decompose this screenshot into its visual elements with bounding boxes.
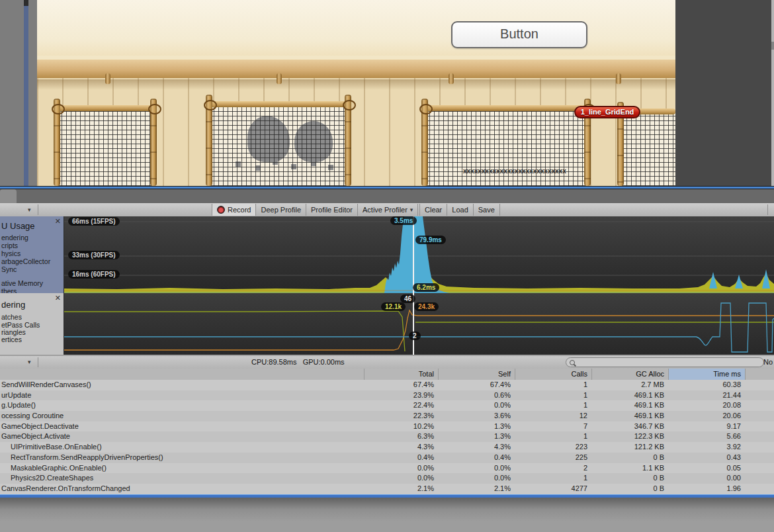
table-row[interactable]: g.Update() 22.4% 0.0% 1 469.1 KB 20.08 (0, 400, 774, 411)
column-extra (745, 369, 774, 380)
gridline-label-33ms: 33ms (30FPS) (68, 251, 120, 259)
gridline-label-66ms: 66ms (15FPS) (68, 217, 120, 226)
gridend-debug-tag: 1_line_GridEnd (574, 106, 640, 118)
cpu-usage-legend-panel: ✕ U Usage endering cripts hysics arbageC… (0, 216, 64, 294)
gpu-time: GPU:0.00ms (303, 358, 345, 366)
legend-vertices[interactable]: ertices (1, 335, 22, 343)
profiler-file-buttons: Clear Load Save (419, 204, 500, 216)
column-self[interactable]: Self (438, 369, 515, 380)
record-button[interactable]: Record (212, 204, 256, 216)
game-viewport[interactable]: xxxxxxxxxxxxxxxxxxxxxxxxxxxx Button 1_li… (37, 0, 675, 186)
right-scrollbar-notch (771, 42, 774, 50)
left-blue-strip (24, 6, 28, 186)
profile-editor-button[interactable]: Profile Editor (306, 204, 358, 216)
table-row[interactable]: GameObject.Deactivate 10.2% 1.3% 7 346.7… (0, 421, 774, 432)
chevron-down-icon[interactable]: ▾ (28, 206, 31, 213)
table-row[interactable]: MaskableGraphic.OnEnable() 0.0% 0.0% 2 1… (0, 463, 774, 474)
legend-native-memory[interactable]: ative Memory (1, 279, 43, 287)
table-row[interactable]: Physics2D.CreateShapes 0.0% 0.0% 1 0 B 0… (0, 473, 774, 484)
bamboo-rail (208, 101, 351, 107)
batches-value-label: 46 (400, 294, 415, 303)
table-row[interactable]: GameObject.Activate 6.3% 1.3% 1 122.3 KB… (0, 431, 774, 442)
column-overview[interactable] (0, 369, 364, 380)
cpu-chart-series (64, 216, 774, 293)
column-gc-alloc[interactable]: GC Alloc (591, 369, 668, 380)
left-gutter-inner (28, 0, 37, 186)
chevron-down-icon[interactable]: ▾ (28, 359, 31, 365)
setpass-value-label: 2 (409, 332, 421, 340)
grid-fence-panel (57, 111, 153, 186)
table-row[interactable]: RectTransform.SendReapplyDrivenPropertie… (0, 453, 774, 463)
grid-fence-panel (622, 114, 675, 186)
clear-button[interactable]: Clear (420, 204, 447, 216)
pixel-art-dot (311, 161, 316, 166)
rope-knot (148, 104, 161, 114)
table-row[interactable]: urUpdate 23.9% 0.6% 1 469.1 KB 21.44 (0, 390, 774, 401)
rope-knot (343, 100, 356, 111)
profiler-detail-pane (0, 498, 774, 532)
rope-knot (419, 104, 433, 114)
legend-rendering[interactable]: endering (1, 234, 28, 242)
rendering-title: dering (1, 300, 25, 310)
pixel-art-dot (273, 159, 278, 165)
column-time-ms[interactable]: Time ms (668, 369, 745, 380)
beam-peg (616, 73, 621, 84)
profiler-tab-bar (0, 189, 774, 204)
close-icon[interactable]: ✕ (55, 218, 61, 225)
legend-scripts[interactable]: cripts (1, 242, 18, 249)
beam-peg (277, 73, 282, 84)
column-calls[interactable]: Calls (515, 369, 591, 380)
bamboo-rail (56, 105, 155, 111)
grid-fence-panel (209, 107, 349, 186)
pixel-art-dot (291, 164, 296, 169)
load-button[interactable]: Load (447, 204, 473, 216)
table-row[interactable]: CanvasRenderer.OnTransformChanged 2.1% 2… (0, 484, 774, 494)
left-strip-top (24, 0, 28, 6)
bamboo-beam (37, 60, 675, 79)
cpu-usage-chart[interactable] (64, 216, 774, 294)
beam-peg (449, 73, 454, 84)
profiler-mode-buttons: Record Deep Profile Profile Editor Activ… (212, 204, 418, 216)
profiler-toolbar: ▾ Record Deep Profile Profile Editor Act… (0, 203, 774, 217)
gridline-label-16ms: 16ms (60FPS) (68, 270, 120, 279)
search-icon (570, 360, 575, 365)
hierarchy-table-header: Total Self Calls GC Alloc Time ms (0, 369, 774, 380)
cpu-gpu-times: CPU:89.58ms GPU:0.00ms (251, 358, 345, 366)
detail-dropdown-cut[interactable]: No (763, 358, 773, 366)
legend-vsync[interactable]: Sync (1, 265, 17, 273)
close-icon[interactable]: ✕ (55, 294, 61, 302)
pixel-art-dot (255, 165, 261, 171)
right-scrollbar[interactable] (771, 0, 774, 186)
table-row[interactable]: SendWillRenderCanvases() 67.4% 67.4% 1 2… (0, 380, 774, 390)
table-row[interactable]: UIPrimitiveBase.OnEnable() 4.3% 4.3% 223… (0, 442, 774, 453)
cpu-frame-time-label: 79.9ms (415, 236, 446, 244)
cpu-rendering-spike (384, 216, 449, 293)
legend-garbagecollector[interactable]: arbageCollector (1, 257, 50, 265)
vertices-value-label: 24.3k (414, 302, 439, 311)
legend-physics[interactable]: hysics (1, 249, 21, 257)
table-row[interactable]: ocessing Coroutine 22.3% 3.6% 12 469.1 K… (0, 411, 774, 421)
active-profiler-dropdown[interactable]: Active Profiler ▾ (358, 204, 418, 216)
column-total[interactable]: Total (364, 369, 438, 380)
rope-knot (52, 104, 65, 114)
hierarchy-table: SendWillRenderCanvases() 67.4% 67.4% 1 2… (0, 380, 774, 494)
x-character-row: xxxxxxxxxxxxxxxxxxxxxxxxxxxx (463, 167, 566, 175)
toolbar-separator (38, 204, 38, 215)
rendering-legend-panel: ✕ dering atches etPass Calls riangles er… (0, 293, 64, 355)
deep-profile-button[interactable]: Deep Profile (256, 204, 306, 216)
beam-peg (105, 73, 110, 84)
cpu-baseline-label: 6.2ms (413, 283, 439, 292)
right-empty-panel (675, 0, 771, 186)
game-ui-button[interactable]: Button (451, 21, 587, 48)
pixel-art-shape (247, 116, 290, 162)
profiler-stats-bar: ▾ CPU:89.58ms GPU:0.00ms No (0, 356, 774, 369)
stats-separator (38, 357, 38, 367)
beam-shadow (37, 79, 675, 90)
pixel-art-dot (328, 165, 333, 170)
save-button[interactable]: Save (474, 204, 500, 216)
legend-batches[interactable]: atches (1, 313, 22, 321)
search-box[interactable] (566, 357, 764, 367)
profiler-tab[interactable] (0, 189, 17, 203)
search-input[interactable] (575, 358, 746, 367)
pixel-art-dot (236, 161, 241, 167)
